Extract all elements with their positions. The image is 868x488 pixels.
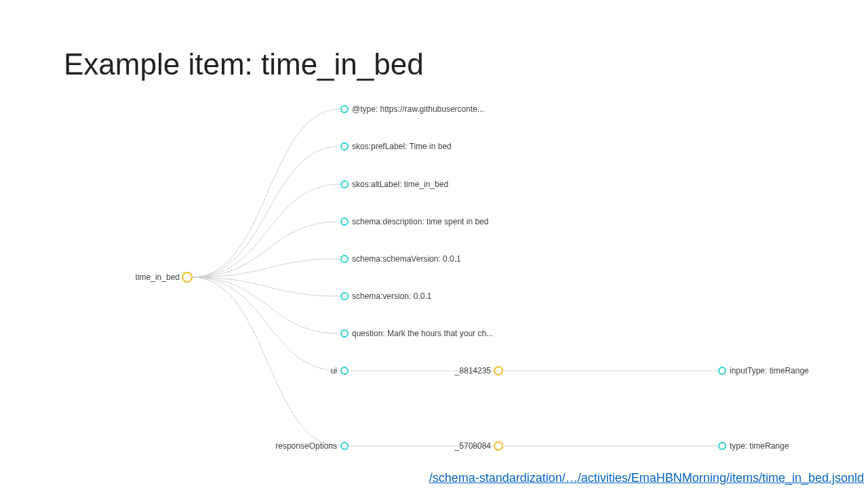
node-ui-leaf-label: inputType: timeRange bbox=[730, 366, 809, 375]
graph-canvas: time_in_bed @type: https://raw.githubuse… bbox=[0, 0, 868, 488]
node-branch-0[interactable]: @type: https://raw.githubuserconte... bbox=[341, 104, 484, 114]
node-ui-mid[interactable]: _8814235 bbox=[454, 366, 502, 375]
edge-root-1 bbox=[192, 146, 340, 277]
node-branch-0-label: @type: https://raw.githubuserconte... bbox=[352, 104, 484, 114]
node-branch-6[interactable]: question: Mark the hours that your ch... bbox=[341, 329, 493, 338]
edge-root-8 bbox=[192, 277, 340, 446]
node-branch-5[interactable]: schema:version: 0.0.1 bbox=[341, 291, 432, 301]
node-branch-3-label: schema:description: time spent in bed bbox=[352, 217, 488, 226]
edge-root-0 bbox=[192, 109, 340, 277]
node-branch-1-label: skos:prefLabel: Time in bed bbox=[352, 142, 452, 151]
svg-point-10 bbox=[719, 367, 726, 374]
edge-root-7 bbox=[192, 277, 340, 371]
node-resp-leaf[interactable]: type: timeRange bbox=[719, 441, 789, 451]
svg-point-9 bbox=[494, 367, 502, 375]
node-resp[interactable]: responseOptions bbox=[275, 441, 348, 451]
svg-point-0 bbox=[182, 272, 192, 282]
node-resp-mid-label: _5708084 bbox=[454, 441, 492, 451]
svg-point-6 bbox=[341, 293, 348, 300]
node-branch-3[interactable]: schema:description: time spent in bed bbox=[341, 217, 488, 226]
node-resp-leaf-label: type: timeRange bbox=[730, 441, 789, 451]
svg-point-7 bbox=[341, 330, 348, 337]
edge-root-3 bbox=[192, 222, 340, 277]
node-ui-mid-label: _8814235 bbox=[454, 366, 492, 375]
node-resp-mid[interactable]: _5708084 bbox=[454, 441, 502, 451]
svg-point-13 bbox=[719, 443, 726, 449]
svg-point-8 bbox=[341, 367, 348, 374]
svg-point-12 bbox=[494, 442, 502, 450]
node-ui-leaf[interactable]: inputType: timeRange bbox=[719, 366, 809, 375]
svg-point-2 bbox=[341, 143, 348, 150]
node-resp-label: responseOptions bbox=[275, 441, 337, 451]
edge-root-6 bbox=[192, 277, 340, 333]
node-root-label: time_in_bed bbox=[136, 272, 180, 282]
node-branch-5-label: schema:version: 0.0.1 bbox=[352, 291, 432, 301]
node-branch-4[interactable]: schema:schemaVersion: 0.0.1 bbox=[341, 254, 461, 264]
node-ui-label: ui bbox=[331, 366, 337, 375]
edge-root-2 bbox=[192, 184, 340, 277]
svg-point-11 bbox=[341, 443, 348, 449]
footer-link[interactable]: /schema-standardization/…/activities/Ema… bbox=[429, 471, 868, 485]
svg-point-4 bbox=[341, 218, 348, 225]
node-branch-4-label: schema:schemaVersion: 0.0.1 bbox=[352, 254, 461, 264]
svg-point-5 bbox=[341, 256, 348, 262]
svg-point-3 bbox=[341, 181, 348, 188]
node-branch-2[interactable]: skos:altLabel: time_in_bed bbox=[341, 180, 448, 189]
node-branch-2-label: skos:altLabel: time_in_bed bbox=[352, 180, 448, 189]
node-branch-1[interactable]: skos:prefLabel: Time in bed bbox=[341, 142, 452, 151]
svg-point-1 bbox=[341, 106, 348, 113]
node-root[interactable]: time_in_bed bbox=[136, 272, 192, 282]
node-branch-6-label: question: Mark the hours that your ch... bbox=[352, 329, 493, 338]
